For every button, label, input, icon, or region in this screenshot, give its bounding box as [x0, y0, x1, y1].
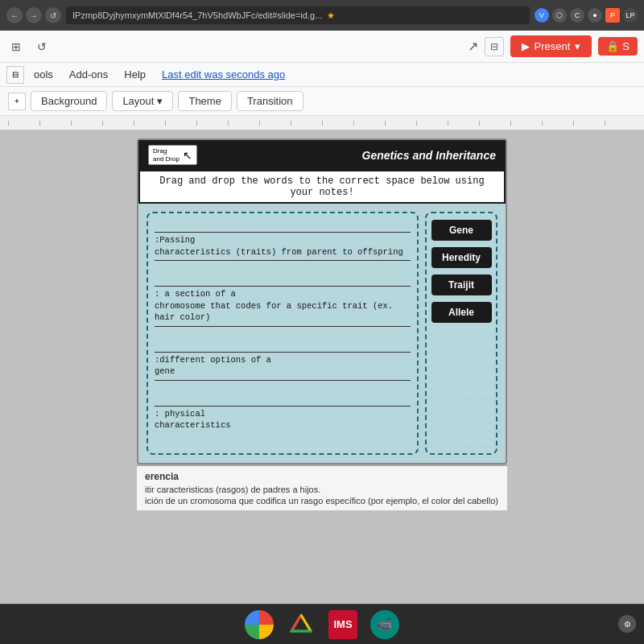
ruler-mark — [259, 121, 291, 126]
grid-view-icon[interactable]: ⊟ — [485, 37, 504, 56]
ruler-mark — [134, 121, 165, 126]
menu-tools[interactable]: ools — [27, 66, 60, 83]
drag-text-line1: Drag — [153, 147, 180, 155]
instruction-text: Drag and drop the words to the correct s… — [159, 175, 484, 198]
word-card-gene[interactable]: Gene — [431, 220, 492, 241]
blank-3[interactable] — [155, 340, 411, 353]
ext-icon-5: P — [605, 8, 620, 23]
present-label: Present — [535, 40, 571, 52]
refresh-icon[interactable]: ↺ — [45, 7, 61, 23]
url-bar[interactable]: IPzmp8DyjhymxymMtXlDf4r54_7hV5hdWbJFc/ed… — [66, 6, 530, 24]
theme-button[interactable]: Theme — [178, 91, 231, 111]
chart-trend-icon[interactable]: ↗ — [468, 39, 478, 54]
ruler-mark — [605, 121, 636, 126]
present-button[interactable]: ▶ Present ▾ — [510, 35, 592, 57]
ext-icon-2: ⬡ — [552, 8, 567, 23]
def-1-colon: :Passing — [155, 235, 195, 245]
svg-line-3 — [301, 615, 311, 631]
ext-icon-1: V — [535, 8, 549, 23]
present-play-icon: ▶ — [522, 40, 530, 52]
ruler-mark — [228, 121, 259, 126]
def-4-text: characteristics — [155, 420, 231, 430]
forward-icon[interactable]: → — [26, 7, 42, 23]
menu-help[interactable]: Help — [118, 66, 152, 83]
url-text: IPzmp8DyjhymxymMtXlDf4r54_7hV5hdWbJFc/ed… — [72, 10, 322, 20]
def-2-colon: : a section of a — [155, 289, 236, 299]
notes-title: erencia — [145, 471, 499, 482]
slide-canvas-area: Drag and Drop ↖ Genetics and Inheritance… — [0, 130, 644, 604]
slides-logo-icon[interactable]: ⊟ — [6, 66, 24, 84]
def-3-text: gene — [155, 366, 175, 376]
extension-icons: V ⬡ C ● P LP — [535, 8, 638, 23]
taskbar-settings-icon[interactable]: ⚙ — [618, 615, 636, 633]
present-dropdown-icon: ▾ — [575, 40, 580, 52]
add-slide-icon[interactable]: + — [8, 93, 26, 110]
menu-addons[interactable]: Add-ons — [63, 66, 114, 83]
share-secure-button[interactable]: 🔒 S — [598, 37, 638, 56]
notes-panel: erencia itir caracteristicas (rasgos) de… — [137, 464, 507, 510]
ruler-mark — [39, 121, 71, 126]
definition-item-4: : physical characteristics — [155, 394, 411, 434]
drag-text-line2: and Drop — [153, 155, 180, 163]
svg-line-2 — [291, 615, 301, 631]
transition-button[interactable]: Transition — [237, 91, 303, 111]
blank-4[interactable] — [155, 394, 411, 407]
def-3-colon: :different options of a — [155, 355, 271, 365]
slide: Drag and Drop ↖ Genetics and Inheritance… — [137, 138, 507, 464]
svg-marker-1 — [291, 615, 311, 631]
definition-text-1: :Passing characteristics (traits) from p… — [155, 220, 411, 260]
definition-text-4: : physical characteristics — [155, 394, 411, 434]
word-card-allele[interactable]: Allele — [431, 302, 492, 323]
def-2-text: chromosome that codes for a specific tra… — [155, 301, 393, 323]
ruler-mark — [71, 121, 102, 126]
ruler — [0, 116, 644, 130]
menu-last-edit: Last edit was seconds ago — [155, 66, 291, 83]
ruler-mark — [102, 121, 134, 126]
ruler-mark — [479, 121, 510, 126]
taskbar-chrome-icon[interactable] — [245, 610, 274, 639]
toolbar-right-group: ↗ ⊟ ▶ Present ▾ 🔒 S — [468, 35, 638, 57]
slide-options-toolbar: + Background Layout ▾ Theme Transition — [0, 87, 644, 116]
layout-button[interactable]: Layout ▾ — [112, 91, 173, 111]
back-icon[interactable]: ← — [6, 7, 23, 23]
ext-icon-3: C — [570, 8, 584, 23]
ruler-mark — [510, 121, 542, 126]
word-card-traijit[interactable]: Traijit — [431, 275, 492, 295]
notes-line1: itir caracteristicas (rasgos) de padres … — [145, 485, 499, 494]
taskbar: IMS 📹 ⚙ — [0, 604, 644, 644]
definition-text-2: : a section of a chromosome that codes f… — [155, 274, 411, 326]
slide-body: :Passing characteristics (traits) from p… — [138, 204, 506, 463]
slides-home-icon[interactable]: ⊞ — [6, 37, 26, 56]
ruler-mark — [385, 121, 416, 126]
ruler-mark — [291, 121, 322, 126]
instruction-bar: Drag and drop the words to the correct s… — [138, 170, 506, 204]
ruler-mark — [542, 121, 573, 126]
taskbar-drive-icon[interactable] — [287, 610, 316, 639]
blank-2[interactable] — [155, 274, 411, 287]
background-button[interactable]: Background — [31, 91, 107, 111]
definition-text-3: :different options of a gene — [155, 340, 411, 380]
lock-icon: 🔒 — [606, 40, 619, 52]
browser-chrome: ← → ↺ IPzmp8DyjhymxymMtXlDf4r54_7hV5hdWb… — [0, 0, 644, 31]
def-4-colon: : physical — [155, 409, 205, 419]
ext-icon-6: LP — [623, 8, 638, 23]
ruler-mark — [573, 121, 605, 126]
layout-label: Layout — [122, 95, 154, 107]
slides-toolbar: ⊞ ↺ ↗ ⊟ ▶ Present ▾ 🔒 S — [0, 31, 644, 63]
blank-1[interactable] — [155, 220, 411, 233]
taskbar-ims-icon[interactable]: IMS — [328, 610, 357, 639]
taskbar-meet-icon[interactable]: 📹 — [370, 610, 399, 639]
slide-header: Drag and Drop ↖ Genetics and Inheritance — [138, 140, 506, 170]
ruler-mark — [165, 121, 196, 126]
slides-refresh-icon[interactable]: ↺ — [32, 37, 52, 56]
drag-drop-text: Drag and Drop — [153, 147, 180, 163]
ruler-mark — [448, 121, 479, 126]
def-1-text: characteristics (traits) from parent to … — [155, 247, 403, 257]
word-card-heredity[interactable]: Heredity — [431, 247, 492, 268]
browser-nav-icons: ← → ↺ — [6, 7, 61, 23]
drag-drop-badge: Drag and Drop ↖ — [148, 145, 197, 165]
ruler-mark — [353, 121, 385, 126]
ruler-mark — [416, 121, 448, 126]
background-label: Background — [41, 95, 97, 107]
ruler-marks — [0, 121, 644, 126]
